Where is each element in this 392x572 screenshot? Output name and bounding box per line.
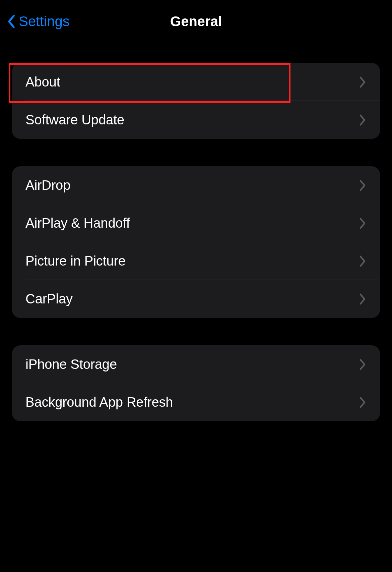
settings-group-2: AirDrop AirPlay & Handoff Picture in Pic… [12,166,380,318]
settings-group-3: iPhone Storage Background App Refresh [12,345,380,421]
chevron-right-icon [358,179,368,192]
back-label: Settings [19,13,70,30]
row-label: iPhone Storage [25,357,117,372]
row-label: AirPlay & Handoff [25,216,130,231]
page-title: General [170,13,222,30]
row-iphone-storage[interactable]: iPhone Storage [12,345,380,383]
settings-group-1: About Software Update [12,63,380,139]
row-label: Software Update [25,112,124,127]
row-background-app-refresh[interactable]: Background App Refresh [12,383,380,421]
row-picture-in-picture[interactable]: Picture in Picture [12,242,380,280]
chevron-right-icon [358,254,368,268]
row-label: Background App Refresh [25,395,173,410]
chevron-right-icon [358,396,368,409]
row-airdrop[interactable]: AirDrop [12,166,380,204]
chevron-right-icon [358,75,368,89]
row-label: Picture in Picture [25,253,126,269]
content: About Software Update AirDrop AirPlay & … [0,43,392,421]
nav-bar: Settings General [0,0,392,43]
chevron-right-icon [358,292,368,306]
row-label: CarPlay [25,291,73,306]
row-label: AirDrop [25,178,70,193]
chevron-right-icon [358,113,368,127]
row-software-update[interactable]: Software Update [12,101,380,139]
row-about[interactable]: About [12,63,380,101]
row-airplay-handoff[interactable]: AirPlay & Handoff [12,204,380,242]
back-button[interactable]: Settings [7,13,70,30]
row-label: About [25,74,60,90]
chevron-left-icon [7,14,16,29]
chevron-right-icon [358,358,368,371]
chevron-right-icon [358,217,368,230]
row-carplay[interactable]: CarPlay [12,280,380,318]
